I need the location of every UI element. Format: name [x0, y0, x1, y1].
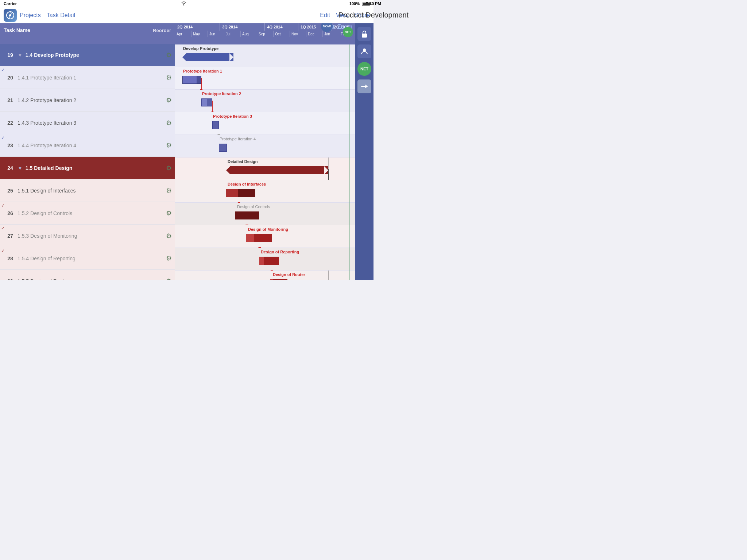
- nav-task-detail[interactable]: Task Detail: [47, 12, 75, 19]
- carrier-label: Carrier: [4, 1, 17, 6]
- task-row[interactable]: ✓ 26 1.5.2 Design of Controls ⚙: [0, 202, 175, 225]
- gear-icon[interactable]: ⚙: [166, 187, 172, 195]
- gantt-label: Design of Monitoring: [248, 227, 288, 232]
- month-cell: Oct: [274, 31, 290, 37]
- gantt-label: Detailed Design: [228, 159, 258, 164]
- gantt-summary-bar[interactable]: [226, 166, 328, 174]
- svg-point-4: [363, 48, 366, 51]
- task-row[interactable]: ✓ 28 1.5.4 Design of Reporting ⚙: [0, 247, 175, 270]
- quarter-row: 2Q 2014 3Q 2014 4Q 2014 1Q 2015 NOW 2Q 2…: [175, 23, 355, 31]
- gear-icon[interactable]: ⚙: [166, 164, 172, 172]
- task-info: ▼ 1.4 Develop Prototype: [18, 52, 166, 58]
- month-cell: Aug: [241, 31, 257, 37]
- gear-icon[interactable]: ⚙: [166, 209, 172, 217]
- row-number: 27: [3, 233, 18, 239]
- task-row[interactable]: ✓ 23 1.4.4 Prototype Iteration 4 ⚙: [0, 134, 175, 157]
- gear-icon[interactable]: ⚙: [166, 141, 172, 149]
- task-info: 1.4.3 Prototype Iteration 3: [18, 120, 166, 126]
- gear-icon[interactable]: ⚙: [166, 74, 172, 82]
- gantt-bar-task[interactable]: [201, 98, 212, 106]
- app-logo[interactable]: [4, 9, 17, 22]
- task-row[interactable]: 24 ▼ 1.5 Detailed Design ⚙: [0, 157, 175, 179]
- gantt-label: Develop Prototype: [183, 46, 218, 51]
- gantt-row: Design of Reporting: [175, 248, 355, 271]
- person-button[interactable]: [357, 44, 371, 58]
- task-row[interactable]: 29 1.5.5 Design of Router ⚙: [0, 270, 175, 280]
- task-list: Task Name Reorder 19 ▼ 1.4 Develop Proto…: [0, 23, 175, 280]
- check-mark: ✓: [1, 248, 5, 253]
- connector-line: [328, 169, 329, 180]
- gantt-row: Prototype Iteration 1: [175, 67, 355, 90]
- quarter-label: 1Q 2015: [301, 25, 316, 29]
- gantt-label: Prototype Iteration 3: [213, 114, 252, 118]
- check-mark: ✓: [1, 203, 5, 208]
- gantt-label: Design of Router: [273, 272, 305, 277]
- net-marker: NET: [343, 27, 353, 37]
- task-info: 1.5.2 Design of Controls: [18, 210, 166, 216]
- header-nav: Projects Task Detail: [20, 12, 75, 19]
- gantt-row: Design of Controls: [175, 203, 355, 225]
- row-number: 22: [3, 120, 18, 126]
- gantt-label: Prototype Iteration 2: [202, 92, 241, 96]
- svg-point-0: [183, 5, 184, 5]
- row-number: 19: [3, 52, 18, 58]
- gear-icon[interactable]: ⚙: [166, 277, 172, 280]
- connector-line: [212, 101, 213, 112]
- gantt-row: Develop Prototype: [175, 44, 355, 67]
- status-bar: Carrier 7:30 PM 100%: [0, 0, 374, 7]
- gantt-bar-task[interactable]: [219, 144, 227, 152]
- month-cell: May: [191, 31, 208, 37]
- gantt-label: Design of Reporting: [261, 250, 299, 254]
- task-row[interactable]: ✓ 20 1.4.1 Prototype Iteration 1 ⚙: [0, 66, 175, 89]
- svg-rect-3: [362, 34, 367, 38]
- task-row[interactable]: 21 1.4.2 Prototype Iteration 2 ⚙: [0, 89, 175, 112]
- task-name-label: 1.5 Detailed Design: [26, 165, 72, 171]
- expand-triangle-icon[interactable]: ▼: [18, 165, 23, 171]
- gantt-bar-task[interactable]: [182, 76, 201, 84]
- gantt-bar-task[interactable]: [246, 234, 272, 242]
- gantt-bar-task[interactable]: [270, 279, 287, 280]
- row-number: 20: [3, 75, 18, 81]
- gantt-label: Prototype Iteration 1: [183, 69, 222, 73]
- task-info: 1.5.4 Design of Reporting: [18, 256, 166, 261]
- check-mark: ✓: [1, 135, 5, 140]
- expand-triangle-icon[interactable]: ▼: [18, 52, 23, 58]
- gear-icon[interactable]: ⚙: [166, 51, 172, 59]
- task-name-label: 1.5.3 Design of Monitoring: [18, 233, 77, 239]
- lock-button[interactable]: [357, 27, 371, 41]
- task-row[interactable]: 22 1.4.3 Prototype Iteration 3 ⚙: [0, 112, 175, 134]
- task-info: 1.5.3 Design of Monitoring: [18, 233, 166, 239]
- gear-icon[interactable]: ⚙: [166, 96, 172, 104]
- quarter-cell: 3Q 2014: [220, 23, 265, 31]
- month-cell: Dec: [306, 31, 323, 37]
- edit-button[interactable]: Edit: [320, 12, 330, 19]
- gear-icon[interactable]: ⚙: [166, 232, 172, 240]
- gantt-bar-task[interactable]: [259, 257, 279, 265]
- task-row[interactable]: 25 1.5.1 Design of Interfaces ⚙: [0, 179, 175, 202]
- gantt-bar-task[interactable]: [212, 121, 219, 129]
- row-number: 25: [3, 188, 18, 194]
- net-button[interactable]: NET: [357, 62, 371, 76]
- gear-icon[interactable]: ⚙: [166, 254, 172, 262]
- task-name-column-header: Task Name: [4, 27, 30, 33]
- connector-line: [219, 123, 219, 135]
- task-row[interactable]: ✓ 27 1.5.3 Design of Monitoring ⚙: [0, 225, 175, 247]
- gantt-bar-task[interactable]: [226, 189, 255, 197]
- task-name-label: 1.4.4 Prototype Iteration 4: [18, 143, 76, 148]
- row-number: 26: [3, 210, 18, 216]
- gantt-summary-bar[interactable]: [182, 53, 233, 61]
- gear-icon[interactable]: ⚙: [166, 119, 172, 127]
- right-sidebar: NET: [355, 23, 374, 280]
- task-row[interactable]: 19 ▼ 1.4 Develop Prototype ⚙: [0, 44, 175, 66]
- reorder-button[interactable]: Reorder: [153, 28, 171, 33]
- battery-icon: [362, 2, 370, 6]
- nav-projects[interactable]: Projects: [20, 12, 41, 19]
- gantt-bar-task[interactable]: [235, 211, 259, 219]
- task-name-label: 1.5.4 Design of Reporting: [18, 256, 76, 261]
- task-name-label: 1.4.3 Prototype Iteration 3: [18, 120, 76, 126]
- arrow-right-button[interactable]: [357, 79, 371, 93]
- gantt-label: Design of Controls: [237, 205, 270, 209]
- check-mark: ✓: [1, 67, 5, 73]
- task-name-label: 1.5.5 Design of Router: [18, 278, 69, 280]
- task-info: 1.4.2 Prototype Iteration 2: [18, 97, 166, 103]
